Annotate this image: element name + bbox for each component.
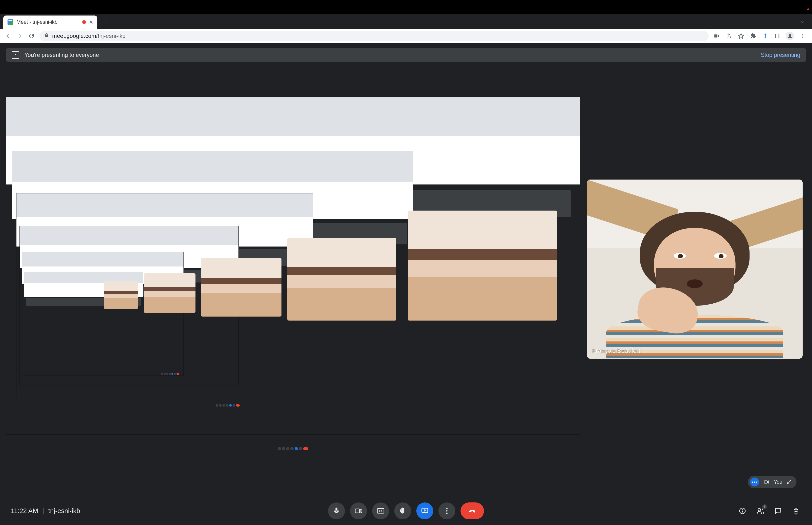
svg-point-4 — [802, 35, 802, 36]
svg-rect-7 — [355, 509, 359, 513]
meet-favicon — [7, 19, 13, 25]
expand-self-view-button[interactable] — [786, 479, 793, 484]
participant-tile[interactable]: François Beaufort — [587, 180, 802, 359]
meeting-info-left: 11:22 AM | tnj-esni-ikb — [10, 507, 80, 515]
present-icon — [12, 51, 19, 59]
chrome-menu-button[interactable] — [796, 30, 808, 42]
tab-recording-icon — [82, 20, 86, 24]
side-panel-button[interactable] — [772, 30, 783, 42]
profile-button[interactable] — [784, 30, 796, 42]
stop-presenting-button[interactable]: Stop presenting — [761, 52, 800, 58]
browser-window: Meet - tnj-esni-ikb + meet.google.com/tn… — [0, 14, 812, 525]
svg-point-15 — [742, 509, 742, 510]
bookmark-button[interactable] — [735, 30, 747, 42]
svg-rect-6 — [764, 481, 767, 483]
omnibox[interactable]: meet.google.com/tnj-esni-ikb — [40, 31, 709, 41]
meet-app: You're presenting to everyone Stop prese… — [0, 43, 812, 525]
svg-point-2 — [789, 34, 791, 36]
self-view-pill[interactable]: You — [748, 476, 796, 488]
svg-point-3 — [802, 34, 802, 34]
active-tab[interactable]: Meet - tnj-esni-ikb — [3, 15, 97, 29]
svg-point-16 — [758, 508, 761, 511]
forward-button[interactable] — [14, 30, 25, 42]
self-camera-icon — [763, 479, 770, 484]
lock-icon — [44, 33, 49, 39]
presenting-banner: You're presenting to everyone Stop prese… — [6, 48, 806, 62]
participant-video — [607, 212, 783, 359]
camera-permission-icon[interactable] — [711, 30, 722, 42]
participant-count-badge: 3 — [762, 504, 767, 510]
tab-search-button[interactable] — [800, 19, 807, 26]
mic-toggle-button[interactable] — [328, 502, 345, 519]
present-now-button[interactable] — [416, 502, 433, 519]
more-options-button[interactable] — [439, 502, 455, 519]
meeting-code: tnj-esni-ikb — [48, 507, 80, 515]
self-speaking-indicator-icon — [750, 478, 759, 486]
chat-button[interactable] — [772, 505, 784, 516]
close-tab-button[interactable] — [89, 20, 93, 24]
window-recording-indicator — [807, 9, 809, 10]
reload-button[interactable] — [26, 30, 37, 42]
svg-point-11 — [446, 510, 448, 512]
svg-rect-0 — [775, 34, 780, 38]
leave-call-button[interactable] — [460, 502, 484, 519]
recursive-screenshare-content — [6, 69, 580, 462]
svg-point-10 — [446, 508, 448, 509]
activities-button[interactable] — [791, 505, 802, 516]
banner-text: You're presenting to everyone — [25, 52, 99, 58]
tab-strip: Meet - tnj-esni-ikb + — [0, 14, 812, 29]
url-display: meet.google.com/tnj-esni-ikb — [52, 33, 125, 39]
camera-toggle-button[interactable] — [350, 502, 367, 519]
new-tab-button[interactable]: + — [102, 18, 109, 25]
participant-name-label: François Beaufort — [592, 347, 640, 355]
extension-pinned-icon[interactable] — [760, 30, 771, 42]
raise-hand-button[interactable] — [394, 502, 411, 519]
bottom-control-bar: 11:22 AM | tnj-esni-ikb — [0, 497, 812, 525]
meeting-details-button[interactable] — [737, 505, 748, 516]
screen-share-stage — [6, 69, 580, 462]
svg-point-5 — [802, 37, 802, 38]
extensions-button[interactable] — [748, 30, 759, 42]
back-button[interactable] — [2, 30, 14, 42]
share-button[interactable] — [723, 30, 734, 42]
captions-button[interactable] — [372, 502, 389, 519]
clock: 11:22 AM — [10, 507, 38, 515]
tab-title: Meet - tnj-esni-ikb — [16, 19, 79, 25]
participants-button[interactable]: 3 — [755, 505, 766, 516]
address-bar: meet.google.com/tnj-esni-ikb — [0, 29, 812, 43]
svg-point-12 — [446, 512, 448, 514]
svg-rect-8 — [377, 509, 384, 513]
self-view-label: You — [774, 479, 782, 485]
